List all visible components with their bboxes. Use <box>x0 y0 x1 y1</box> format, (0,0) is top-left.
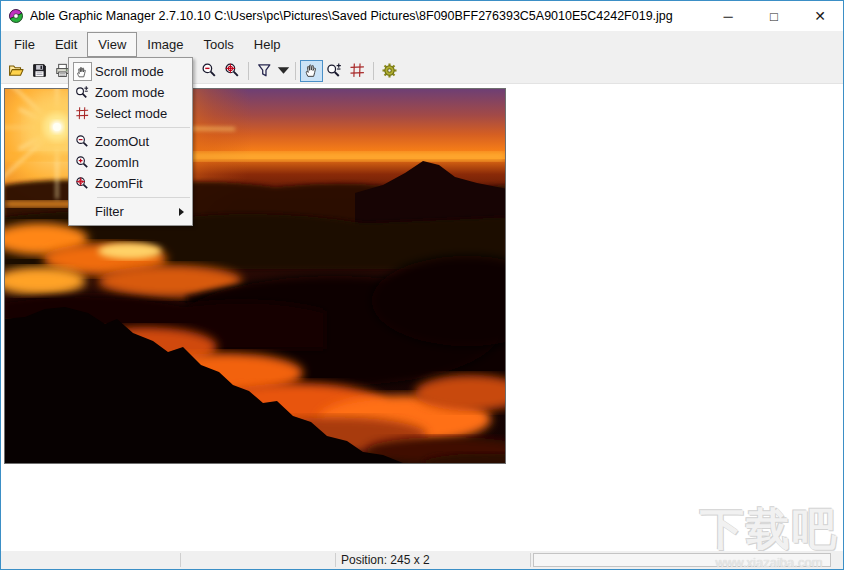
menu-item-label: Select mode <box>95 106 192 121</box>
menu-item-label: Filter <box>95 204 179 219</box>
zoom-mode-icon <box>326 62 343 79</box>
title-bar: Able Graphic Manager 2.7.10.10 C:\Users\… <box>1 1 843 31</box>
menu-item-select-mode[interactable]: Select mode <box>69 103 192 124</box>
filter-dropdown-button[interactable] <box>276 60 291 82</box>
toolbar-separator <box>295 62 296 80</box>
zoom-fit-icon <box>75 176 90 191</box>
status-panel <box>1 551 180 569</box>
zoom-out-icon <box>75 134 90 149</box>
zoom-out-button[interactable] <box>198 60 221 82</box>
menu-separator <box>97 127 190 128</box>
open-button[interactable] <box>5 60 28 82</box>
settings-button[interactable] <box>378 60 401 82</box>
menu-edit[interactable]: Edit <box>45 32 87 57</box>
app-window: Able Graphic Manager 2.7.10.10 C:\Users\… <box>0 0 844 570</box>
filter-button[interactable] <box>253 60 276 82</box>
menu-help[interactable]: Help <box>244 32 291 57</box>
menu-item-label: ZoomOut <box>95 134 192 149</box>
chevron-down-icon <box>277 62 290 79</box>
status-progress-panel <box>533 553 831 567</box>
open-folder-icon <box>8 62 25 79</box>
submenu-arrow-icon <box>179 208 184 216</box>
menu-image[interactable]: Image <box>137 32 193 57</box>
menu-item-scroll-mode[interactable]: Scroll mode <box>69 61 192 82</box>
gear-icon <box>381 62 398 79</box>
zoom-mode-icon <box>75 85 90 100</box>
menu-item-label: ZoomFit <box>95 176 192 191</box>
menu-item-zoom-out[interactable]: ZoomOut <box>69 131 192 152</box>
minimize-button[interactable]: ─ <box>705 1 751 31</box>
hand-icon <box>75 65 89 79</box>
status-bar: Position: 245 x 2 <box>1 551 843 569</box>
toolbar-separator <box>248 62 249 80</box>
toolbar-separator <box>373 62 374 80</box>
window-controls: ─ □ ✕ <box>705 1 843 31</box>
funnel-icon <box>256 62 273 79</box>
status-divider <box>530 553 531 567</box>
menu-file[interactable]: File <box>4 32 45 57</box>
menu-item-label: Scroll mode <box>95 64 192 79</box>
maximize-button[interactable]: □ <box>751 1 797 31</box>
menu-tools[interactable]: Tools <box>193 32 243 57</box>
scroll-mode-button[interactable] <box>300 60 323 82</box>
save-button[interactable] <box>28 60 51 82</box>
select-mode-button[interactable] <box>346 60 369 82</box>
zoom-in-icon <box>75 155 90 170</box>
menu-separator <box>97 197 190 198</box>
menu-item-label: ZoomIn <box>95 155 192 170</box>
zoom-mode-button[interactable] <box>323 60 346 82</box>
close-button[interactable]: ✕ <box>797 1 843 31</box>
zoom-fit-button[interactable] <box>221 60 244 82</box>
menu-item-filter[interactable]: Filter <box>69 201 192 222</box>
select-mode-icon <box>75 106 90 121</box>
menu-item-zoom-fit[interactable]: ZoomFit <box>69 173 192 194</box>
save-icon <box>31 62 48 79</box>
menu-item-zoom-mode[interactable]: Zoom mode <box>69 82 192 103</box>
menu-item-label: Zoom mode <box>95 85 192 100</box>
menu-view[interactable]: View <box>87 32 137 57</box>
window-title: Able Graphic Manager 2.7.10.10 C:\Users\… <box>30 9 705 23</box>
app-logo-icon <box>8 8 24 24</box>
hand-icon <box>303 62 320 79</box>
selected-mode-box <box>73 62 92 81</box>
menu-item-zoom-in[interactable]: ZoomIn <box>69 152 192 173</box>
status-panel <box>181 551 335 569</box>
status-position: Position: 245 x 2 <box>336 551 530 569</box>
zoom-out-icon <box>201 62 218 79</box>
select-mode-icon <box>349 62 366 79</box>
zoom-fit-icon <box>224 62 241 79</box>
view-menu-popup: Scroll mode Zoom mode <box>68 57 193 226</box>
menu-bar: File Edit View Image Tools Help <box>1 31 843 57</box>
